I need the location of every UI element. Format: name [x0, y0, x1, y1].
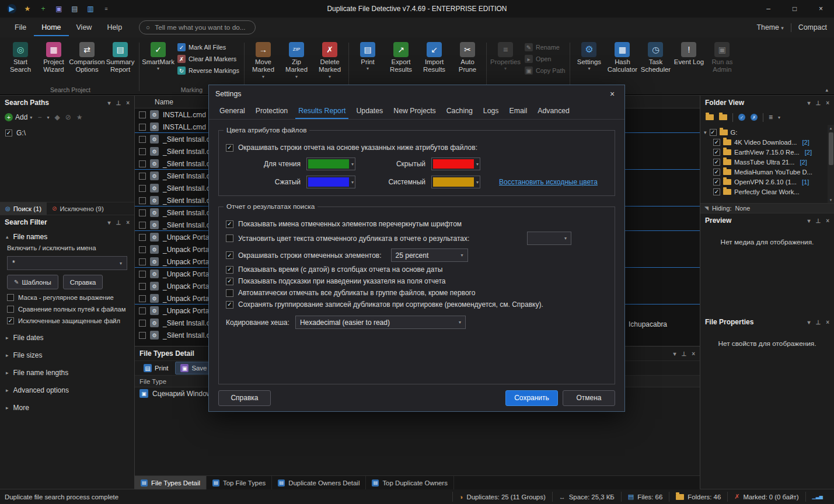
print-button[interactable]: ▤ Print ▾: [351, 40, 384, 73]
tree-checkbox[interactable]: [710, 129, 717, 136]
file-checkbox[interactable]: [139, 246, 146, 253]
pattern-combo[interactable]: * ▾: [7, 256, 127, 270]
close-icon[interactable]: ×: [692, 351, 695, 357]
open-button[interactable]: ▸ Open: [522, 53, 567, 65]
menu-view[interactable]: View: [69, 19, 100, 36]
minimize-button[interactable]: –: [755, 0, 781, 18]
dialog-close-button[interactable]: ×: [600, 85, 624, 103]
settings-button[interactable]: ⚙ Settings ▾: [573, 40, 605, 73]
run-as-admin-button[interactable]: ▣ Run as Admin: [706, 40, 738, 76]
file-checkbox[interactable]: [139, 283, 146, 290]
tree-checkbox[interactable]: [713, 169, 720, 176]
read-only-color-picker[interactable]: ▾: [306, 158, 355, 170]
bottom-tab[interactable]: ▤ Top File Types: [207, 476, 272, 489]
regex-option[interactable]: Маска - регулярное выражение: [7, 294, 127, 301]
export-icon[interactable]: ▥: [86, 4, 95, 13]
bottom-tab[interactable]: ▤ File Types Detail: [135, 476, 207, 489]
path-checkbox[interactable]: [5, 130, 12, 136]
section-file-names[interactable]: ▴ File names: [0, 229, 134, 244]
export-results-button[interactable]: ↗ Export Results: [385, 40, 417, 76]
dialog-tab[interactable]: Advanced: [532, 104, 575, 119]
tree-item[interactable]: EarthView 7.15.0 Re... [2]: [713, 147, 827, 157]
ftd-save-button[interactable]: ▣ Save: [175, 362, 212, 374]
collapse-ribbon-icon[interactable]: ▴: [825, 87, 828, 93]
add-path-button[interactable]: + Add ▾: [5, 113, 32, 121]
file-checkbox[interactable]: [139, 234, 146, 241]
pin-icon[interactable]: ⊥: [815, 100, 821, 106]
new-project-icon[interactable]: ★: [23, 4, 32, 13]
project-wizard-button[interactable]: ▦ Project Wizard: [37, 40, 70, 76]
panel-menu-icon[interactable]: ▾: [107, 100, 110, 106]
file-checkbox[interactable]: [139, 111, 146, 118]
close-icon[interactable]: ×: [126, 100, 130, 106]
save-icon[interactable]: ▣: [54, 4, 64, 13]
scrollbar-thumb[interactable]: [829, 132, 833, 165]
maximize-button[interactable]: □: [781, 0, 808, 18]
smartmark-button[interactable]: ✓ SmartMark ▾: [142, 40, 175, 73]
show-time-option[interactable]: Показывать время (с датой) в столбцах от…: [226, 265, 608, 274]
remove-path-icon[interactable]: −: [37, 113, 41, 121]
pin-icon[interactable]: ⊥: [815, 319, 821, 326]
shade-percent-select[interactable]: 25 percent ▾: [391, 249, 468, 262]
menu-file[interactable]: File: [7, 19, 34, 36]
file-checkbox[interactable]: [139, 320, 146, 327]
file-checkbox[interactable]: [139, 197, 146, 204]
file-checkbox[interactable]: [139, 136, 146, 143]
dialog-tab[interactable]: Protection: [250, 104, 293, 119]
clear-all-markers-button[interactable]: ✗ Clear All Markers: [175, 53, 242, 65]
restore-colors-link[interactable]: Восстановить исходные цвета: [486, 178, 608, 186]
tree-item[interactable]: Perfectly Clear Work...: [713, 187, 827, 197]
panel-menu-icon[interactable]: ▾: [807, 319, 810, 326]
import-results-button[interactable]: ↙ Import Results: [418, 40, 451, 76]
file-checkbox[interactable]: [139, 295, 146, 302]
reverse-markings-button[interactable]: ↻ Reverse Markings: [175, 65, 242, 76]
help-button[interactable]: Справка: [218, 390, 271, 406]
file-checkbox[interactable]: [139, 148, 146, 155]
cancel-button[interactable]: Отмена: [563, 390, 615, 406]
hiding-bar[interactable]: ◥ Hiding: None: [700, 203, 834, 214]
dialog-tab[interactable]: Results Report: [293, 104, 351, 119]
tree-item[interactable]: MassTube Ultra 21... [2]: [713, 157, 827, 167]
pin-icon[interactable]: ⊥: [681, 351, 686, 357]
colorize-rows-option[interactable]: Окрашивать строки отчета на основе указа…: [226, 144, 608, 152]
favorite-icon[interactable]: ★: [76, 113, 83, 121]
tree-scrollbar[interactable]: ▴ ▾: [828, 125, 834, 203]
properties-button[interactable]: ≡ Properties ▾: [489, 40, 522, 73]
close-button[interactable]: ×: [808, 0, 834, 18]
templates-button[interactable]: ✎ Шаблоны: [7, 275, 58, 289]
tab-search[interactable]: ◎ Поиск (1): [0, 202, 47, 215]
play-icon[interactable]: ▶: [7, 4, 16, 13]
close-icon[interactable]: ×: [826, 319, 829, 326]
menu-help[interactable]: Help: [99, 19, 130, 36]
dialog-tab[interactable]: Logs: [478, 104, 504, 119]
task-scheduler-button[interactable]: ◷ Task Scheduler: [639, 40, 672, 76]
comparison-options-button[interactable]: ⇄ Comparison Options: [71, 40, 103, 76]
folder-icon[interactable]: [706, 114, 714, 120]
filter-section[interactable]: ▸ File name lengths: [0, 364, 134, 382]
tree-root[interactable]: ▾ G:: [704, 127, 827, 137]
theme-menu[interactable]: Theme ▾: [757, 23, 784, 32]
copy-path-button[interactable]: ▣ Copy Path: [522, 65, 567, 76]
filter-section[interactable]: ▸ File dates: [0, 329, 134, 346]
start-search-button[interactable]: ◎ Start Search: [4, 40, 37, 76]
zip-marked-button[interactable]: ZIP Zip Marked ▾: [280, 40, 313, 81]
menu-home[interactable]: Home: [34, 19, 68, 36]
customize-toolbar-icon[interactable]: ≡: [102, 4, 111, 13]
bottom-tab[interactable]: ▤ Top Duplicate Owners: [366, 476, 453, 489]
panel-menu-icon[interactable]: ▾: [807, 100, 810, 106]
keep-grouping-option[interactable]: Сохранять группирование записей дубликат…: [226, 300, 608, 309]
file-checkbox[interactable]: [139, 209, 146, 216]
tree-checkbox[interactable]: [713, 139, 720, 146]
close-icon[interactable]: ×: [826, 218, 829, 224]
file-checkbox[interactable]: [139, 173, 146, 180]
tree-item[interactable]: MediaHuman YouTube D...: [713, 167, 827, 177]
tree-item[interactable]: OpenVPN 2.6.10 (1... [1]: [713, 177, 827, 187]
hidden-color-picker[interactable]: ▾: [431, 158, 480, 170]
delete-marked-button[interactable]: ✗ Delete Marked ▾: [313, 40, 346, 81]
mark-all-files-button[interactable]: ✓ Mark All Files: [175, 41, 242, 53]
event-log-button[interactable]: ! Event Log: [672, 40, 705, 68]
exclude-icon[interactable]: ⊘: [65, 113, 71, 121]
file-checkbox[interactable]: [139, 222, 146, 229]
path-item[interactable]: G:\: [5, 129, 129, 137]
strike-marked-option[interactable]: Показывать имена отмеченных элементов пе…: [226, 220, 608, 228]
